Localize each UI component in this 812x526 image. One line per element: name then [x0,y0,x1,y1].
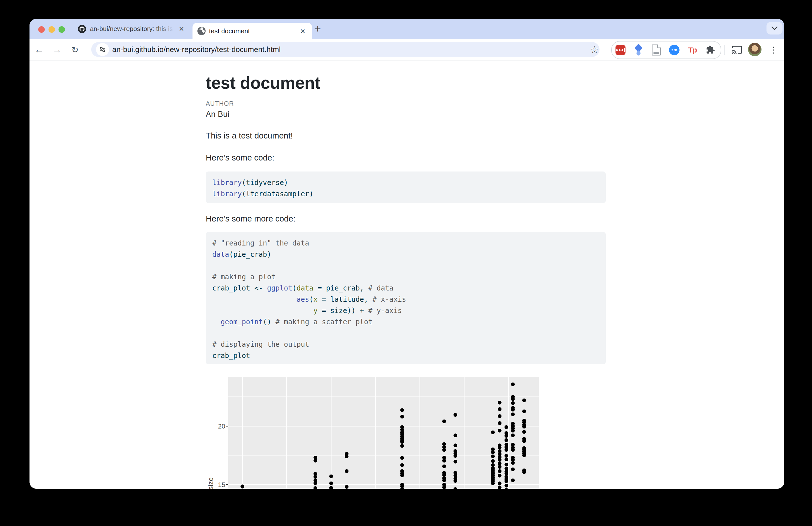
traffic-light-close[interactable] [38,26,45,33]
avatar[interactable] [748,43,762,56]
toggl-icon[interactable]: Tp [685,42,700,58]
tab-close-icon[interactable]: ✕ [300,28,305,34]
data-point [453,413,457,417]
data-point [453,479,457,483]
traffic-light-minimize[interactable] [48,26,55,33]
data-point [505,463,508,467]
y-axis-title: size [207,462,215,489]
data-point [511,408,515,411]
forward-button[interactable]: → [51,39,63,60]
data-point [498,414,502,418]
data-point [314,459,317,463]
data-point [522,409,526,413]
data-point [498,407,502,411]
data-point [505,479,508,483]
data-point [522,453,526,457]
y-minor-gridline [228,396,539,397]
x-gridline [464,377,464,489]
chevron-down-icon [771,26,778,30]
code-1: library(tidyverse)library(lterdatasample… [206,172,606,200]
data-point [453,487,457,489]
data-point [442,485,446,489]
tab-github-repo[interactable]: an-bui/new-repository: this is ✕ [75,19,192,39]
x-gridline [508,377,509,489]
data-point [329,474,333,478]
site-settings-button[interactable] [96,43,109,56]
data-point [314,475,317,479]
tab-title: test document [209,27,250,35]
browser-toolbar: ← → ↻ an-bui.github.io/new-repository/te… [29,39,784,60]
data-point [505,434,508,438]
data-point [400,473,404,477]
data-point [491,454,495,458]
x-gridline [375,377,376,489]
reload-button[interactable]: ↻ [69,39,81,60]
data-point [345,485,348,489]
back-button[interactable]: ← [33,39,45,60]
data-point [522,430,526,434]
code-intro-1: Here’s some code: [206,153,275,162]
y-tick-mark [226,426,228,426]
x-gridline [331,377,332,489]
github-icon [77,25,87,33]
code-2: # "reading in" the datadata(pie_crab) # … [206,232,606,361]
data-point [498,429,502,433]
data-point [498,446,502,450]
data-point [400,415,404,419]
data-point [511,412,515,416]
data-point [442,448,446,452]
data-point [453,443,457,447]
url-text[interactable]: an-bui.github.io/new-repository/test-doc… [112,42,281,57]
data-point [400,444,404,448]
document-icon[interactable] [649,42,664,58]
bookmark-star-icon[interactable]: ☆ [589,39,600,60]
scatter-plot-panel [228,377,539,489]
toolbar-divider [725,45,725,55]
data-point [442,459,446,463]
data-point [491,430,495,434]
kebab-menu-icon[interactable]: ⋮ [768,39,779,60]
data-point [442,420,446,423]
data-point [241,488,244,489]
data-point [329,482,333,485]
data-point [498,458,502,462]
data-point [400,456,404,460]
puzzle-icon[interactable] [703,42,718,58]
data-point [511,479,515,482]
data-point [329,486,333,489]
data-point [511,382,515,386]
data-point [511,401,515,405]
data-point [511,448,515,452]
new-tab-button[interactable]: + [315,24,321,33]
tab-test-document[interactable]: test document ✕ [192,23,312,39]
tab-close-icon[interactable]: ✕ [179,26,184,32]
data-point [498,482,502,485]
data-point [505,488,508,489]
x-gridline [286,377,287,489]
y-major-gridline [228,426,539,426]
data-point [505,457,508,461]
data-point [241,484,244,488]
data-point [505,425,508,429]
data-point [505,454,508,458]
data-point [498,465,502,469]
data-point [498,469,502,473]
extensions-pill: zm Tp [611,41,721,59]
browser-window: an-bui/new-repository: this is ✕ test do… [29,19,784,489]
lastpass-icon[interactable] [613,42,628,58]
data-point [511,397,515,401]
tab-search-button[interactable] [767,22,783,34]
data-point [400,463,404,467]
zoom-icon[interactable]: zm [667,42,682,58]
data-point [505,438,508,442]
traffic-light-zoom[interactable] [58,26,65,33]
data-point [442,479,446,482]
data-point [453,460,457,464]
cast-icon[interactable] [729,39,744,60]
blue-drop-icon[interactable] [631,42,646,58]
data-point [522,439,526,443]
address-bar[interactable]: an-bui.github.io/new-repository/test-doc… [91,42,599,57]
data-point [511,434,515,437]
data-point [491,459,495,463]
data-point [505,471,508,475]
